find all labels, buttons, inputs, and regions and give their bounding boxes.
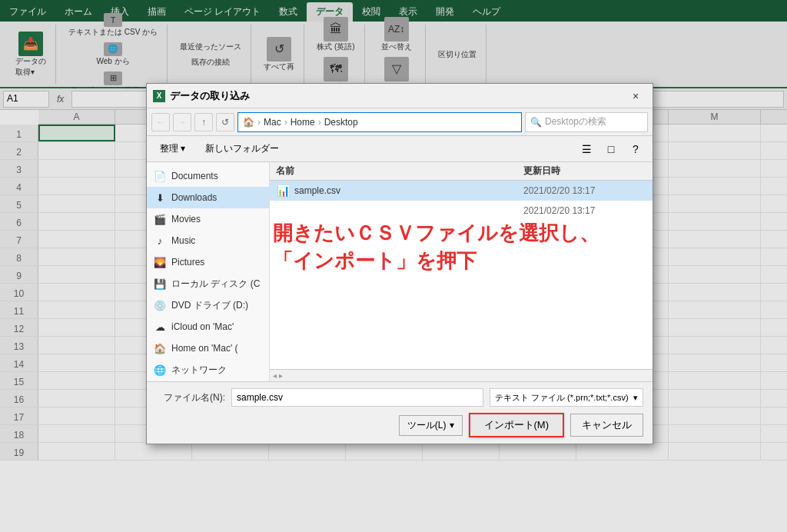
icloud-icon: ☁ xyxy=(153,320,167,334)
search-placeholder: Desktopの検索 xyxy=(545,115,606,128)
filename-label: ファイル名(N): xyxy=(156,391,225,404)
dialog-bottom: ファイル名(N): テキスト ファイル (*.prn;*.txt;*.csv) … xyxy=(147,381,653,444)
documents-icon: 📄 xyxy=(153,169,167,183)
filename-input[interactable] xyxy=(231,388,483,407)
organize-button[interactable]: 整理 ▾ xyxy=(153,139,192,158)
file-dialog: X データの取り込み × ← → ↑ ↺ 🏠 › Mac › Home › De… xyxy=(146,83,653,444)
path-mac: Mac xyxy=(264,117,281,128)
path-desktop: Desktop xyxy=(324,117,358,128)
pictures-icon: 🌄 xyxy=(153,255,167,269)
file-item-sample-csv[interactable]: 📊 sample.csv 2021/02/20 13:17 xyxy=(270,181,653,201)
nav-label-music: Music xyxy=(171,235,195,246)
csv-file-icon: 📊 xyxy=(276,184,290,198)
nav-item-movies[interactable]: 🎬 Movies xyxy=(147,208,269,230)
address-path[interactable]: 🏠 › Mac › Home › Desktop xyxy=(237,112,522,132)
nav-label-local-disk: ローカル ディスク (C xyxy=(171,278,260,291)
nav-item-music[interactable]: ♪ Music xyxy=(147,230,269,251)
toolbar-right: ☰ □ ? xyxy=(576,140,646,158)
col-header-name: 名前 xyxy=(276,165,523,178)
file-list: 📊 sample.csv 2021/02/20 13:17 2021/02/20… xyxy=(270,181,653,369)
search-box[interactable]: 🔍 Desktopの検索 xyxy=(525,112,648,132)
view-list-button[interactable]: ☰ xyxy=(576,140,597,158)
nav-label-icloud: iCloud on 'Mac' xyxy=(171,321,234,332)
music-icon: ♪ xyxy=(153,234,167,248)
filetype-arrow: ▾ xyxy=(633,393,638,403)
dialog-overlay: X データの取り込み × ← → ↑ ↺ 🏠 › Mac › Home › De… xyxy=(0,0,787,532)
right-panel: 名前 更新日時 📊 sample.csv 2021/02/20 13:17 20… xyxy=(270,162,653,381)
nav-item-home-mac[interactable]: 🏠 Home on 'Mac' ( xyxy=(147,337,269,359)
col-header-date: 更新日時 xyxy=(523,165,646,178)
dialog-close-button[interactable]: × xyxy=(625,85,646,107)
file-list-header: 名前 更新日時 xyxy=(270,162,653,181)
nav-back-button[interactable]: ← xyxy=(151,113,170,131)
home-mac-icon: 🏠 xyxy=(153,341,167,355)
local-disk-icon: 💾 xyxy=(153,277,167,291)
button-row: ツール(L) ▾ インポート(M) キャンセル xyxy=(156,413,643,437)
horizontal-scrollbar[interactable]: ◂ ▸ xyxy=(270,369,653,381)
nav-label-downloads: Downloads xyxy=(171,192,217,203)
network-icon: 🌐 xyxy=(153,363,167,377)
nav-label-movies: Movies xyxy=(171,214,201,224)
view-large-button[interactable]: □ xyxy=(600,140,622,158)
file-item-2[interactable]: 2021/02/20 13:17 xyxy=(270,201,653,221)
nav-item-downloads[interactable]: ⬇ Downloads xyxy=(147,187,269,208)
tools-button[interactable]: ツール(L) ▾ xyxy=(399,415,463,436)
nav-label-pictures: Pictures xyxy=(171,257,204,268)
downloads-icon: ⬇ xyxy=(153,191,167,204)
nav-item-dvd[interactable]: 💿 DVD ドライブ (D:) xyxy=(147,294,269,316)
search-icon: 🔍 xyxy=(530,117,542,128)
nav-label-network: ネットワーク xyxy=(171,364,227,377)
address-bar: ← → ↑ ↺ 🏠 › Mac › Home › Desktop 🔍 Deskt… xyxy=(147,108,653,136)
filename-row: ファイル名(N): テキスト ファイル (*.prn;*.txt;*.csv) … xyxy=(156,388,643,407)
file-date-0: 2021/02/20 13:17 xyxy=(523,185,646,196)
dialog-title: データの取り込み xyxy=(170,89,625,103)
dialog-toolbar: 整理 ▾ 新しいフォルダー ☰ □ ? xyxy=(147,136,653,162)
cancel-button[interactable]: キャンセル xyxy=(570,414,643,437)
help-button[interactable]: ? xyxy=(625,140,646,158)
nav-item-documents[interactable]: 📄 Documents xyxy=(147,165,269,187)
left-nav-panel: 📄 Documents ⬇ Downloads 🎬 Movies ♪ Music… xyxy=(147,162,270,381)
nav-label-documents: Documents xyxy=(171,171,218,181)
nav-item-network[interactable]: 🌐 ネットワーク xyxy=(147,359,269,381)
movies-icon: 🎬 xyxy=(153,212,167,226)
nav-item-local-disk[interactable]: 💾 ローカル ディスク (C xyxy=(147,273,269,294)
dialog-app-icon: X xyxy=(153,90,165,102)
import-button[interactable]: インポート(M) xyxy=(469,413,565,437)
file-name-sample: sample.csv xyxy=(294,185,519,196)
new-folder-button[interactable]: 新しいフォルダー xyxy=(198,139,286,158)
nav-label-dvd: DVD ドライブ (D:) xyxy=(171,299,248,312)
nav-label-home-mac: Home on 'Mac' ( xyxy=(171,343,238,354)
home-icon: 🏠 xyxy=(243,117,254,128)
filetype-label: テキスト ファイル (*.prn;*.txt;*.csv) xyxy=(495,392,629,404)
nav-forward-button[interactable]: → xyxy=(173,113,191,131)
filetype-select[interactable]: テキスト ファイル (*.prn;*.txt;*.csv) ▾ xyxy=(490,388,643,407)
nav-refresh-button[interactable]: ↺ xyxy=(216,113,234,131)
path-home: Home xyxy=(291,117,315,128)
nav-item-pictures[interactable]: 🌄 Pictures xyxy=(147,251,269,273)
dvd-icon: 💿 xyxy=(153,298,167,312)
dialog-main-area: 📄 Documents ⬇ Downloads 🎬 Movies ♪ Music… xyxy=(147,162,653,381)
dialog-titlebar: X データの取り込み × xyxy=(147,84,653,108)
file-icon-2 xyxy=(276,204,290,218)
nav-up-button[interactable]: ↑ xyxy=(194,113,213,131)
file-date-1: 2021/02/20 13:17 xyxy=(523,205,646,216)
nav-item-icloud[interactable]: ☁ iCloud on 'Mac' xyxy=(147,316,269,337)
